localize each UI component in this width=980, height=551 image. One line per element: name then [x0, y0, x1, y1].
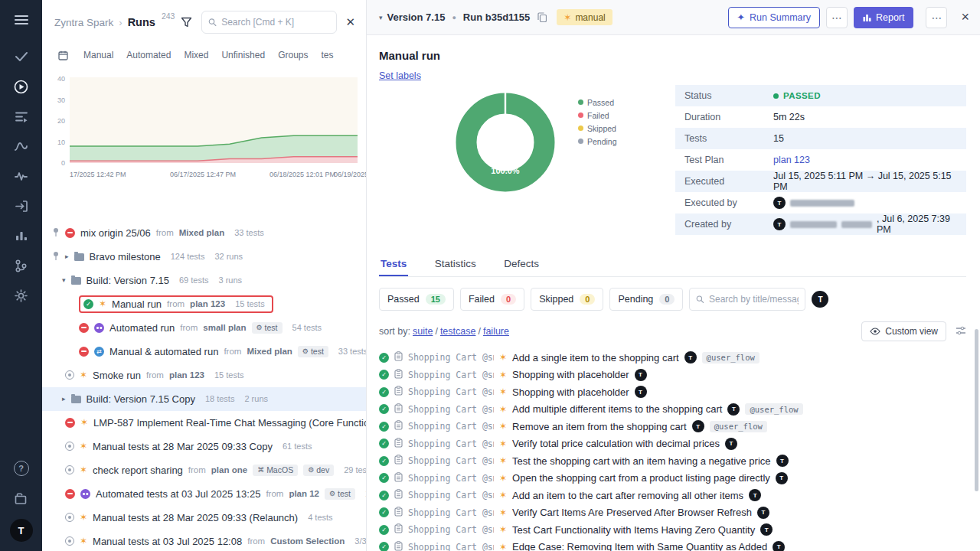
- test-row[interactable]: ✓Shopping Cart @sm…✶Add an item to the c…: [379, 487, 966, 504]
- test-row[interactable]: ✓Shopping Cart @sm…✶Shopping with placeh…: [379, 367, 966, 384]
- test-row[interactable]: ✓Shopping Cart @sm…✶Verify Cart Items Ar…: [379, 504, 966, 522]
- breadcrumb-project[interactable]: Zyntra Spark: [54, 17, 113, 28]
- global-sidebar: ? T: [0, 0, 42, 551]
- user-avatar: T: [757, 507, 769, 519]
- menu-icon[interactable]: [11, 11, 32, 29]
- run-from-label: from: [146, 370, 164, 380]
- sort-by-suite[interactable]: suite: [413, 326, 433, 337]
- run-plan-link[interactable]: Mixed plan: [179, 228, 224, 237]
- test-row[interactable]: ✓Shopping Cart @sm…✶Shopping with placeh…: [379, 383, 966, 401]
- status-published-icon: [65, 370, 74, 380]
- test-row[interactable]: ✓Shopping Cart @sm…✶Add multiple differe…: [379, 401, 966, 419]
- run-row[interactable]: ▸Build: Version 7.15 Copy18 tests2 runs: [42, 387, 366, 411]
- filter-funnel-icon[interactable]: [178, 15, 194, 30]
- test-row[interactable]: ✓Shopping Cart @sm…✶Open the shopping ca…: [379, 470, 966, 487]
- close-panel-icon[interactable]: ✕: [341, 14, 360, 31]
- more-options-icon[interactable]: ⋯: [926, 7, 947, 28]
- tab-tests[interactable]: tes: [321, 50, 333, 60]
- view-settings-icon[interactable]: [956, 326, 966, 337]
- calendar-icon[interactable]: [56, 48, 70, 63]
- test-row[interactable]: ✓Shopping Cart @sm…✶Remove an item from …: [379, 418, 966, 435]
- sort-by-testcase[interactable]: testcase: [440, 326, 476, 337]
- chevron-down-icon[interactable]: ▾: [62, 276, 66, 284]
- user-avatar[interactable]: T: [10, 519, 33, 542]
- test-plan-link[interactable]: plan 123: [773, 155, 810, 165]
- gear-icon: ⚙: [308, 466, 314, 474]
- run-row[interactable]: ✶Manual tests at 28 Mar 2025 09:33 Copy6…: [42, 435, 366, 458]
- test-row[interactable]: ✓Shopping Cart @sm…✶Verify total price c…: [379, 435, 966, 453]
- pulse-icon[interactable]: [11, 167, 32, 185]
- run-row[interactable]: ✶Manual tests at 03 Jul 2025 12:08fromCu…: [42, 530, 366, 551]
- tab-automated[interactable]: Automated: [126, 50, 171, 60]
- run-row[interactable]: ✶LMP-587 Implement Real-Time Chat Messag…: [42, 411, 366, 435]
- tab-tests[interactable]: Tests: [379, 252, 408, 276]
- copy-icon[interactable]: [535, 10, 549, 24]
- close-icon[interactable]: ×: [961, 9, 969, 25]
- tests-search-input[interactable]: [709, 294, 799, 305]
- flaky-icon[interactable]: [11, 137, 32, 155]
- run-summary-button[interactable]: ✦Run Summary: [728, 7, 820, 28]
- status-passed-icon: ✓: [379, 473, 389, 483]
- chevron-right-icon[interactable]: ▸: [65, 253, 69, 260]
- branch-icon[interactable]: [11, 256, 32, 275]
- chevron-right-icon[interactable]: ▸: [62, 395, 66, 403]
- suite-name: Shopping Cart @sm…: [408, 370, 494, 380]
- testcase-icon: [394, 489, 403, 501]
- tab-unfinished[interactable]: Unfinished: [221, 50, 265, 60]
- testcase-icon: [394, 472, 403, 484]
- settings-gear-icon[interactable]: [11, 286, 32, 305]
- test-row[interactable]: ✓Shopping Cart @sm…✶Edge Case: Removing …: [379, 539, 966, 551]
- analytics-icon[interactable]: [11, 227, 32, 245]
- tab-mixed[interactable]: Mixed: [184, 50, 208, 60]
- filter-failed-chip[interactable]: Failed0: [460, 288, 524, 311]
- test-plans-icon[interactable]: [11, 107, 32, 126]
- run-plan-link[interactable]: plan 123: [169, 370, 204, 380]
- status-passed-icon: ✓: [379, 525, 389, 535]
- run-row[interactable]: ✓✶Manual runfromplan 12315 tests: [42, 292, 366, 316]
- run-plan-link[interactable]: plan 12: [289, 489, 319, 498]
- run-row[interactable]: ▸Bravo milestone124 tests32 runs: [42, 245, 366, 269]
- tab-groups[interactable]: Groups: [278, 50, 308, 60]
- run-row[interactable]: mix origin 25/06fromMixed plan33 tests: [42, 221, 366, 245]
- run-tests-count: 18 tests: [365, 489, 366, 498]
- custom-view-button[interactable]: Custom view: [861, 321, 946, 341]
- testcase-icon: [394, 403, 403, 416]
- run-row[interactable]: ✶check report sharingfromplan one⌘MacOS⚙…: [42, 458, 366, 482]
- test-row[interactable]: ✓Shopping Cart @sm…✶Add a single item to…: [379, 349, 966, 367]
- assignee-filter-avatar[interactable]: T: [812, 291, 828, 308]
- status-passed-icon: ✓: [379, 491, 389, 500]
- run-row[interactable]: ▾Build: Version 7.1569 tests3 runs: [42, 269, 366, 292]
- import-icon[interactable]: [11, 197, 32, 215]
- scrollbar[interactable]: [975, 329, 978, 491]
- run-plan-link[interactable]: Custom Selection: [270, 536, 345, 546]
- report-button[interactable]: Report: [854, 7, 914, 28]
- run-row[interactable]: Automated tests at 03 Jul 2025 13:25from…: [42, 482, 366, 506]
- run-row[interactable]: ✶Smoke runfromplan 12315 tests: [42, 364, 366, 387]
- run-plan-link[interactable]: plan one: [211, 465, 247, 474]
- more-options-icon[interactable]: ⋯: [826, 7, 848, 28]
- filter-passed-chip[interactable]: Passed15: [379, 288, 454, 311]
- projects-icon[interactable]: [11, 489, 32, 507]
- test-row[interactable]: ✓Shopping Cart @sm…✶Test the shopping ca…: [379, 452, 966, 470]
- runs-search-input[interactable]: [221, 17, 330, 28]
- filter-skipped-chip[interactable]: Skipped0: [531, 288, 603, 311]
- tab-defects[interactable]: Defects: [502, 252, 541, 275]
- help-icon[interactable]: ?: [11, 459, 32, 478]
- run-plan-link[interactable]: small plan: [203, 323, 246, 332]
- run-row[interactable]: ⇄Manual & automated runfromMixed plan⚙te…: [42, 340, 366, 364]
- test-row[interactable]: ✓Shopping Cart @sm…✶Test Cart Functional…: [379, 521, 966, 539]
- version-selector[interactable]: Version 7.15: [387, 11, 446, 23]
- run-plan-link[interactable]: Mixed plan: [247, 347, 292, 356]
- run-row[interactable]: Automated runfromsmall plan⚙test54 tests: [42, 316, 366, 340]
- test-tag: @user_flow: [710, 421, 767, 432]
- runs-icon[interactable]: [11, 77, 32, 96]
- set-labels-link[interactable]: Set labels: [379, 70, 421, 81]
- tab-manual[interactable]: Manual: [83, 50, 113, 60]
- checks-icon[interactable]: [11, 47, 32, 66]
- run-row[interactable]: ✶Manual tests at 28 Mar 2025 09:33 (Rela…: [42, 506, 366, 530]
- badge-dev: ⚙dev: [303, 465, 334, 476]
- tab-statistics[interactable]: Statistics: [433, 252, 478, 275]
- run-plan-link[interactable]: plan 123: [190, 299, 225, 308]
- filter-pending-chip[interactable]: Pending0: [609, 288, 683, 311]
- sort-by-failure[interactable]: failure: [483, 326, 509, 337]
